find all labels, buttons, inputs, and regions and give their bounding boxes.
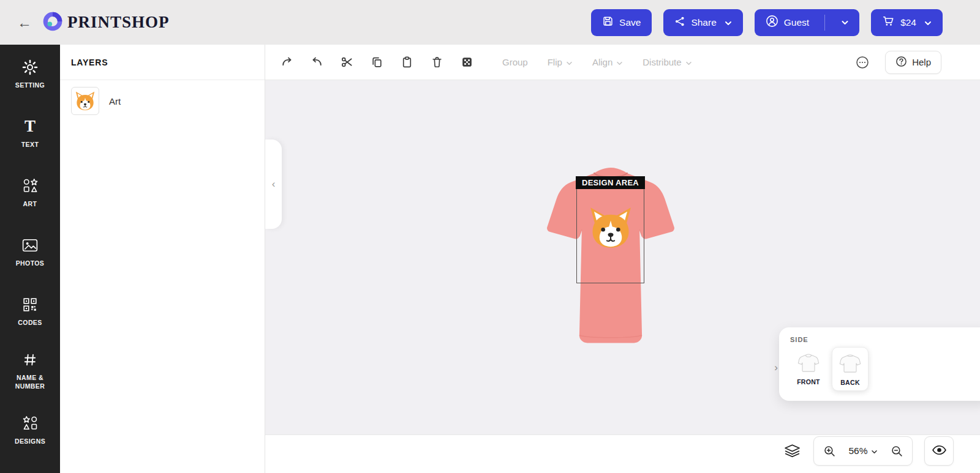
- group-label: Group: [502, 57, 528, 67]
- group-menu-item[interactable]: Group: [502, 57, 528, 67]
- copy-button[interactable]: [368, 53, 386, 72]
- side-option-label: FRONT: [797, 378, 820, 385]
- side-options: FRONT BACK: [790, 347, 980, 391]
- redo-button[interactable]: [277, 53, 296, 72]
- help-label: Help: [912, 57, 931, 67]
- sidebar-item-designs[interactable]: DESIGNS: [0, 401, 60, 460]
- sidebar-item-label: CODES: [7, 318, 53, 327]
- chevron-down-icon: [566, 57, 573, 67]
- select-similar-pattern-button[interactable]: [458, 53, 476, 72]
- canvas-footer: 56%: [265, 434, 980, 473]
- zoom-in-button[interactable]: [822, 444, 837, 458]
- distribute-menu-item[interactable]: Distribute: [643, 57, 692, 67]
- sidebar-item-label: SETTING: [7, 81, 53, 89]
- cut-button[interactable]: [337, 53, 356, 72]
- collapse-panel-tab[interactable]: ‹: [265, 140, 282, 229]
- zoom-out-button[interactable]: [889, 444, 904, 458]
- floppy-save-icon: [602, 15, 614, 29]
- chevron-down-icon: [924, 17, 932, 28]
- save-label: Save: [619, 17, 641, 28]
- share-nodes-icon: [674, 16, 685, 29]
- sidebar-item-label: NAME & NUMBER: [7, 373, 53, 390]
- side-option-label: BACK: [840, 379, 860, 386]
- side-selector-panel: SIDE FRONT BACK: [779, 327, 980, 401]
- flip-label: Flip: [548, 57, 562, 67]
- shapes-star-icon: [22, 415, 39, 431]
- zoom-level-value: 56%: [848, 445, 867, 456]
- zoom-controls: 56%: [813, 436, 913, 466]
- back-arrow-icon: ←: [17, 14, 32, 31]
- layer-thumbnail-corgi: [71, 87, 99, 115]
- sidebar-item-label: DESIGNS: [7, 437, 53, 445]
- side-option-back[interactable]: BACK: [832, 347, 869, 391]
- save-button[interactable]: Save: [591, 9, 652, 36]
- chevron-down-icon: [725, 17, 732, 28]
- cart-button[interactable]: $24: [871, 9, 943, 36]
- help-button[interactable]: Help: [885, 51, 941, 74]
- cart-total-label: $24: [900, 17, 916, 28]
- tshirt-back-thumbnail-icon: [838, 351, 862, 378]
- shopping-cart-icon: [882, 15, 895, 30]
- side-option-front[interactable]: FRONT: [790, 347, 827, 385]
- eye-icon: [932, 445, 947, 458]
- question-circle-icon: [895, 56, 907, 69]
- chevron-down-icon: [685, 57, 692, 67]
- sidebar-item-art[interactable]: ART: [0, 163, 60, 223]
- sidebar-item-label: TEXT: [7, 140, 53, 149]
- undo-button[interactable]: [307, 53, 326, 72]
- guest-dropdown-toggle[interactable]: [831, 9, 859, 36]
- layer-name: Art: [109, 96, 121, 106]
- topbar-actions: Save Share: [591, 9, 943, 36]
- sidebar-item-label: PHOTOS: [7, 259, 53, 267]
- main-sidebar: SETTING T TEXT ART PHOTOS: [0, 45, 60, 473]
- delete-button[interactable]: [428, 53, 446, 72]
- share-label: Share: [691, 17, 716, 28]
- paste-button[interactable]: [398, 53, 416, 72]
- layers-panel: LAYERS Art: [60, 45, 265, 473]
- sidebar-item-photos[interactable]: PHOTOS: [0, 223, 60, 282]
- app-logo: PRINTSHOP: [42, 10, 170, 35]
- layers-panel-title: LAYERS: [71, 58, 108, 67]
- shapes-star-icon: [22, 178, 39, 194]
- sidebar-item-label: ART: [7, 199, 53, 208]
- gear-icon: [22, 59, 38, 75]
- layers-panel-header: LAYERS: [60, 45, 265, 80]
- back-button[interactable]: ←: [12, 10, 37, 35]
- photo-image-icon: [22, 237, 38, 253]
- sidebar-item-text[interactable]: T TEXT: [0, 104, 60, 163]
- corgi-artwork[interactable]: [586, 204, 636, 255]
- side-panel-title: SIDE: [790, 336, 980, 343]
- hash-icon: [23, 352, 37, 368]
- logo-icon: [42, 10, 64, 35]
- sidebar-item-setting[interactable]: SETTING: [0, 45, 60, 104]
- divider: [824, 15, 825, 31]
- canvas-toolbar: Group Flip Align Distribute: [265, 45, 980, 80]
- side-panel-expand-chevron[interactable]: ›: [769, 359, 783, 377]
- design-area-boundary: DESIGN AREA: [576, 176, 644, 283]
- qr-code-icon: [23, 297, 37, 313]
- person-circle-icon: [766, 15, 778, 30]
- sidebar-item-name-number[interactable]: NAME & NUMBER: [0, 341, 60, 401]
- zoom-level-dropdown[interactable]: 56%: [848, 445, 877, 456]
- flip-menu-item[interactable]: Flip: [548, 57, 573, 67]
- product-mockup-tshirt-back: DESIGN AREA: [532, 160, 690, 349]
- text-t-icon: T: [24, 119, 36, 135]
- distribute-label: Distribute: [643, 57, 681, 67]
- guest-label: Guest: [784, 17, 809, 28]
- tshirt-front-thumbnail-icon: [796, 351, 821, 378]
- more-options-button[interactable]: [853, 53, 872, 72]
- preview-button[interactable]: [924, 436, 954, 466]
- design-area-label: DESIGN AREA: [576, 176, 645, 189]
- align-menu-item[interactable]: Align: [592, 57, 623, 67]
- guest-main[interactable]: Guest: [755, 9, 819, 36]
- chevron-down-icon: [616, 57, 623, 67]
- layers-stack-button[interactable]: [782, 441, 802, 460]
- sidebar-item-codes[interactable]: CODES: [0, 282, 60, 341]
- share-button[interactable]: Share: [663, 9, 742, 36]
- guest-account-button[interactable]: Guest: [755, 9, 859, 36]
- chevron-right-icon: ›: [774, 362, 778, 374]
- align-label: Align: [592, 57, 612, 67]
- topbar: ← PRINTSHOP Save: [0, 0, 980, 45]
- logo-text: PRINTSHOP: [67, 13, 170, 32]
- layer-list-item[interactable]: Art: [60, 80, 265, 122]
